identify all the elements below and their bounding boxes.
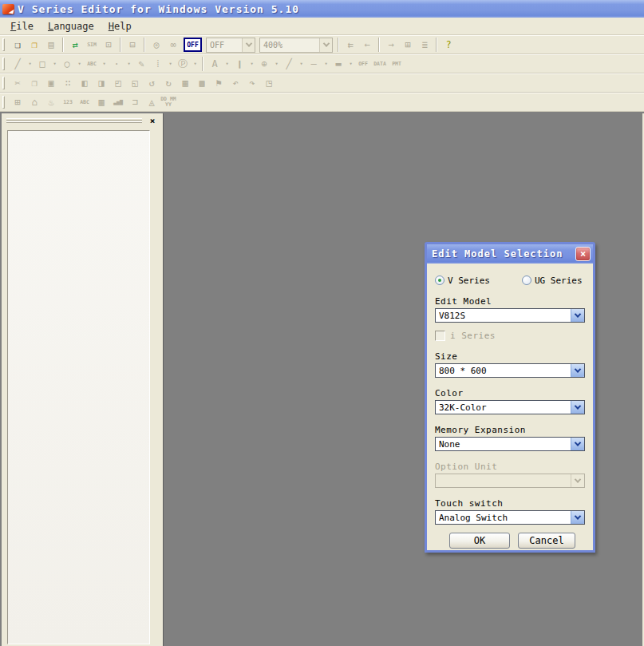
chevron-down-icon[interactable] <box>571 511 584 524</box>
zoom-level-combo[interactable]: 400% <box>259 38 333 53</box>
panel-close-icon[interactable]: × <box>147 116 158 127</box>
align-parts-button[interactable]: ▦ <box>177 76 193 91</box>
dropdown-arrow-icon[interactable]: ▾ <box>167 57 174 72</box>
dropdown-arrow-icon[interactable]: ▾ <box>298 57 305 72</box>
calculator-parts-button[interactable]: ▦ <box>93 95 109 110</box>
screen-transfer-button[interactable]: ⇄ <box>67 38 83 53</box>
dropdown-arrow-icon[interactable]: ▾ <box>322 57 330 72</box>
redo-button[interactable]: ↷ <box>244 76 260 91</box>
edit-model-combo[interactable]: V812S <box>435 308 585 323</box>
date-display-button[interactable]: DD MM YY <box>160 95 176 110</box>
dot-tool-button[interactable]: · <box>109 57 124 72</box>
bring-to-front-button[interactable]: ◧ <box>77 76 93 91</box>
chevron-down-icon[interactable] <box>571 309 584 322</box>
data-mode-button[interactable]: DATA <box>372 57 388 72</box>
window-titlebar[interactable]: V Series Editor for Windows Version 5.10 <box>0 0 644 18</box>
pin-button[interactable]: ⚑ <box>211 76 227 91</box>
line-tool-button[interactable]: ╱ <box>10 57 26 72</box>
save-file-button[interactable]: ▤ <box>43 38 59 53</box>
dropdown-arrow-icon[interactable]: ▾ <box>347 57 354 72</box>
off-display-toggle-button[interactable]: OFF <box>184 38 202 52</box>
screen-catalog-list[interactable] <box>7 130 150 644</box>
ok-button[interactable]: OK <box>449 533 510 549</box>
lamp-parts-button[interactable]: ⊕ <box>256 57 272 72</box>
deselect-button[interactable]: ◳ <box>261 76 277 91</box>
display-state-combo[interactable]: OFF <box>206 38 255 53</box>
dropdown-arrow-icon[interactable]: ▾ <box>76 57 83 72</box>
next-screen-button[interactable]: → <box>383 38 399 53</box>
rectangle-tool-button[interactable]: □ <box>34 57 50 72</box>
buzzer-parts-button[interactable]: ◬ <box>144 95 160 110</box>
panel-grip[interactable] <box>6 118 142 121</box>
dropdown-arrow-icon[interactable]: ▾ <box>125 57 132 72</box>
chevron-down-icon[interactable] <box>571 401 584 414</box>
group-button[interactable]: ◰ <box>110 76 126 91</box>
function-switch-button[interactable]: ⌂ <box>26 95 42 110</box>
dropdown-arrow-icon[interactable]: ▾ <box>101 57 108 72</box>
touch-switch-combo[interactable]: Analog Switch <box>435 510 585 525</box>
graph-parts-button[interactable]: ▃▅▇ <box>110 95 126 110</box>
paint-tool-button[interactable]: ✎ <box>133 57 149 72</box>
print-button[interactable]: ⊟ <box>124 38 140 53</box>
screen-list-button[interactable]: ⊞ <box>400 38 416 53</box>
cut-button[interactable]: ✂ <box>10 76 26 91</box>
dropdown-arrow-icon[interactable]: ▾ <box>192 57 199 72</box>
overlap-library-button[interactable]: ⊞ <box>10 95 26 110</box>
dropdown-arrow-icon[interactable]: ▾ <box>248 57 255 72</box>
numeric-display-button[interactable]: 123 <box>60 95 76 110</box>
undo-button[interactable]: ↶ <box>227 76 243 91</box>
scale-tool-button[interactable]: ⁞ <box>150 57 166 72</box>
toolbar-grip[interactable] <box>2 38 5 51</box>
menu-language[interactable]: Language <box>41 19 101 34</box>
size-combo[interactable]: 800 * 600 <box>435 363 585 378</box>
toolbar-grip[interactable] <box>2 77 5 89</box>
fill-style-button[interactable]: ▬ <box>330 57 346 72</box>
ungroup-button[interactable]: ◱ <box>127 76 143 91</box>
dropdown-arrow-icon[interactable]: ▾ <box>26 57 34 72</box>
line-style-button[interactable]: ╱ <box>281 57 297 72</box>
simulator-button[interactable]: SIM <box>84 38 100 53</box>
menu-file[interactable]: File <box>3 19 41 34</box>
parts-mode-button[interactable]: PMT <box>389 57 405 72</box>
menu-help[interactable]: Help <box>101 19 139 34</box>
dropdown-arrow-icon[interactable]: ▾ <box>223 57 231 72</box>
panel-header[interactable]: × <box>2 113 163 130</box>
line-type-button[interactable]: — <box>306 57 322 72</box>
multi-copy-button[interactable]: ∷ <box>60 76 76 91</box>
dropdown-arrow-icon[interactable]: ▾ <box>273 57 280 72</box>
send-to-back-button[interactable]: ◨ <box>93 76 109 91</box>
radio-icon[interactable] <box>522 275 531 285</box>
alarm-parts-button[interactable]: ♨ <box>43 95 59 110</box>
color-combo[interactable]: 32K-Color <box>435 400 585 414</box>
parts-place-tool-button[interactable]: Ⓟ <box>175 57 191 72</box>
chevron-down-icon[interactable] <box>571 438 584 450</box>
copy-button[interactable]: ❐ <box>26 76 42 91</box>
system-monitor-button[interactable]: ⊡ <box>101 38 117 53</box>
character-style-button[interactable]: A <box>207 57 223 72</box>
off-mode-button[interactable]: OFF <box>355 57 371 72</box>
new-file-button[interactable]: ❏ <box>10 38 26 53</box>
connector-parts-button[interactable]: ⊐ <box>127 95 143 110</box>
pen-style-button[interactable]: ❙ <box>231 57 247 72</box>
ellipse-tool-button[interactable]: ○ <box>59 57 75 72</box>
text-tool-button[interactable]: ABC <box>84 57 100 72</box>
rotate-right-button[interactable]: ↻ <box>160 76 176 91</box>
item-list-button[interactable]: ≣ <box>417 38 433 53</box>
dialog-titlebar[interactable]: Edit Model Selection × <box>427 244 593 264</box>
toolbar-grip[interactable] <box>2 96 5 109</box>
fast-back-button[interactable]: ⇇ <box>342 38 358 53</box>
radio-v-series[interactable]: V Series <box>435 275 490 286</box>
search-parts-button[interactable]: ∞ <box>165 38 181 53</box>
help-button[interactable]: ? <box>441 38 456 53</box>
radio-ug-series[interactable]: UG Series <box>522 275 583 286</box>
zoom-tool-button[interactable]: ◎ <box>148 38 164 53</box>
dropdown-arrow-icon[interactable]: ▾ <box>51 57 58 72</box>
radio-icon[interactable] <box>435 275 444 285</box>
memory-expansion-combo[interactable]: None <box>435 437 585 451</box>
grid-setting-button[interactable]: ▩ <box>194 76 210 91</box>
dialog-close-button[interactable]: × <box>575 247 591 261</box>
text-display-button[interactable]: ABC <box>77 95 93 110</box>
rotate-left-button[interactable]: ↺ <box>144 76 160 91</box>
chevron-down-icon[interactable] <box>571 364 584 377</box>
cancel-button[interactable]: Cancel <box>518 533 575 549</box>
